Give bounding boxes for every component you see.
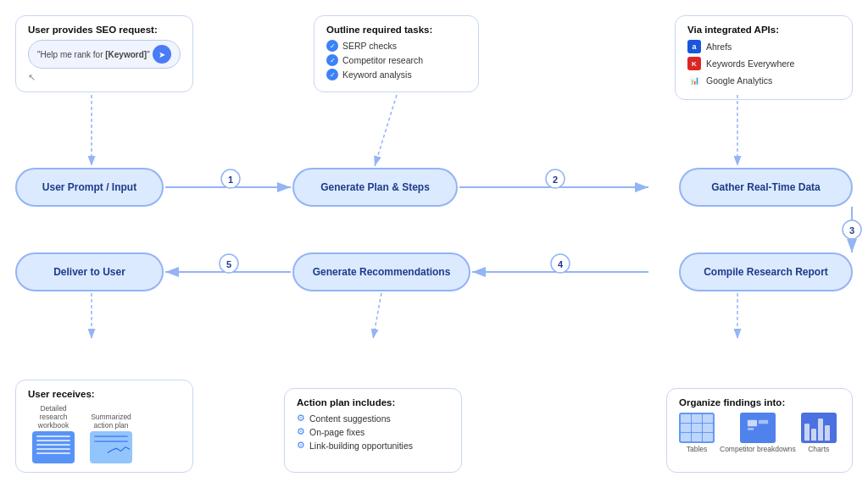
node-generate-plan[interactable]: Generate Plan & Steps	[292, 168, 458, 207]
user-provides-title: User provides SEO request:	[28, 25, 181, 35]
badge-bg-2	[546, 169, 565, 188]
ahrefs-icon: a	[687, 40, 701, 53]
check-icon-2: ✓	[326, 54, 338, 66]
workbook-icons: Detailed research workbook Summarized ac…	[28, 404, 181, 463]
organize-title: Organize findings into:	[679, 397, 840, 408]
api-item-ga: 📊 Google Analytics	[687, 74, 840, 87]
outline-box: Outline required tasks: ✓ SERP checks ✓ …	[314, 15, 479, 92]
node-gen-recommendations-label: Generate Recommendations	[313, 266, 451, 278]
action-plan-item-3: ⚙ Link-building opportunities	[297, 440, 449, 451]
keyword-input-text: "Help me rank for [Keyword]"	[37, 50, 150, 59]
tables-label: Tables	[687, 445, 708, 453]
outline-item-3: ✓ Keyword analysis	[326, 69, 466, 80]
badge-text-5: 5	[226, 259, 231, 269]
node-compile-report[interactable]: Compile Research Report	[679, 252, 853, 291]
api-item-ke: K Keywords Everywhere	[687, 57, 840, 70]
workbook-item-1: Detailed research workbook	[28, 404, 79, 463]
send-button[interactable]: ➤	[153, 45, 171, 64]
node-deliver-label: Deliver to User	[53, 266, 125, 278]
check-icon-3: ✓	[326, 69, 338, 80]
badge-bg-4	[551, 254, 570, 273]
competitor-col: Competitor breakdowns	[720, 413, 796, 453]
book-icon-1	[32, 431, 75, 463]
outline-title: Outline required tasks:	[326, 25, 466, 35]
outline-item-1: ✓ SERP checks	[326, 40, 466, 52]
node-gather-data-label: Gather Real-Time Data	[711, 181, 821, 193]
svg-rect-1	[748, 428, 754, 430]
via-apis-title: Via integrated APIs:	[687, 25, 840, 35]
node-user-prompt-label: User Prompt / Input	[42, 181, 136, 193]
node-compile-report-label: Compile Research Report	[704, 266, 828, 278]
action-plan-item-2: ⚙ On-page fixes	[297, 426, 449, 437]
action-plan-item-1: ⚙ Content suggestions	[297, 413, 449, 424]
svg-rect-0	[748, 420, 757, 426]
badge-bg-5	[220, 254, 238, 273]
linkbuilding-icon: ⚙	[297, 440, 305, 451]
ga-icon: 📊	[687, 74, 701, 87]
user-receives-box: User receives: Detailed research workboo…	[15, 380, 193, 473]
keyword-input-display: "Help me rank for [Keyword]" ➤	[28, 40, 181, 69]
node-generate-plan-label: Generate Plan & Steps	[320, 181, 430, 193]
outline-item-2: ✓ Competitor research	[326, 54, 466, 66]
ke-icon: K	[687, 57, 701, 70]
action-plan-box: Action plan includes: ⚙ Content suggesti…	[284, 388, 462, 473]
charts-col: Charts	[801, 413, 837, 453]
badge-text-2: 2	[553, 175, 558, 185]
action-plan-title: Action plan includes:	[297, 397, 449, 408]
api-item-ahrefs: a Ahrefs	[687, 40, 840, 53]
onpage-icon: ⚙	[297, 426, 305, 437]
badge-text-4: 4	[558, 259, 564, 269]
badge-bg-1	[221, 169, 240, 188]
node-user-prompt[interactable]: User Prompt / Input	[15, 168, 164, 207]
check-icon-1: ✓	[326, 40, 338, 52]
badge-text-1: 1	[228, 175, 233, 185]
charts-label: Charts	[808, 445, 829, 453]
competitor-label: Competitor breakdowns	[720, 445, 796, 453]
node-gen-recommendations[interactable]: Generate Recommendations	[292, 252, 470, 291]
organize-box: Organize findings into: Tables	[666, 388, 853, 473]
arrow-genrec-to-actionplan	[373, 293, 381, 339]
chart-svg	[107, 445, 131, 462]
action-book-icon	[90, 431, 132, 463]
svg-rect-2	[759, 420, 768, 424]
diagram-container: User provides SEO request: "Help me rank…	[0, 0, 868, 488]
organize-visuals: Tables Competitor breakdowns	[679, 413, 840, 453]
competitor-icon	[740, 413, 776, 443]
charts-icon	[801, 413, 837, 443]
cursor-hint: ↖	[28, 72, 181, 83]
node-deliver[interactable]: Deliver to User	[15, 252, 164, 291]
via-apis-box: Via integrated APIs: a Ahrefs K Keywords…	[675, 15, 853, 100]
arrow-outline-to-genplan	[375, 95, 397, 166]
node-gather-data[interactable]: Gather Real-Time Data	[679, 168, 853, 207]
tables-icon	[679, 413, 715, 443]
badge-text-3: 3	[849, 225, 854, 236]
user-provides-box: User provides SEO request: "Help me rank…	[15, 15, 193, 92]
tables-col: Tables	[679, 413, 715, 453]
workbook-item-2: Summarized action plan	[86, 413, 136, 463]
user-receives-title: User receives:	[28, 389, 181, 399]
badge-bg-3	[843, 220, 861, 239]
content-icon: ⚙	[297, 413, 305, 424]
